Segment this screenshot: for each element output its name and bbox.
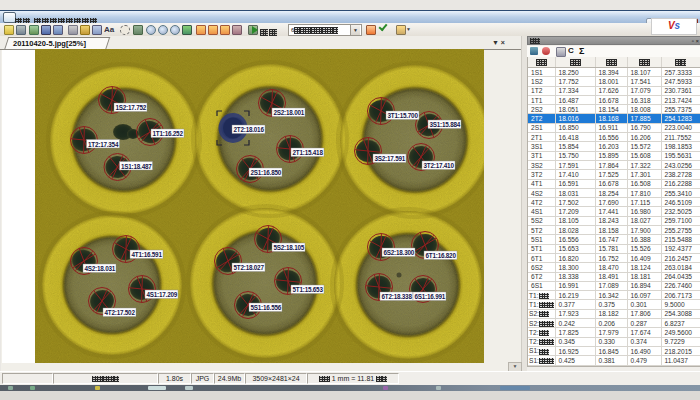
svg-text:4S2:18.031: 4S2:18.031: [85, 265, 116, 272]
svg-text:1S1:18.487: 1S1:18.487: [121, 163, 152, 170]
svg-text:4T1:16.591: 4T1:16.591: [132, 251, 163, 258]
svg-text:5T1:15.653: 5T1:15.653: [293, 286, 324, 293]
svg-text:4S1:17.209: 4S1:17.209: [147, 291, 178, 298]
svg-text:6T2:18.338: 6T2:18.338: [382, 293, 413, 300]
svg-text:5T2:18.027: 5T2:18.027: [234, 264, 265, 271]
svg-text:6S2:18.300: 6S2:18.300: [384, 249, 415, 256]
svg-text:3T1:15.700: 3T1:15.700: [388, 112, 419, 119]
svg-text:3T2:17.410: 3T2:17.410: [424, 162, 455, 169]
svg-text:2S2:18.001: 2S2:18.001: [274, 109, 305, 116]
svg-text:2T2:18.016: 2T2:18.016: [234, 126, 265, 133]
svg-text:2T1:15.418: 2T1:15.418: [293, 149, 324, 156]
svg-text:1T2:17.354: 1T2:17.354: [88, 141, 119, 148]
svg-text:3S2:17.591: 3S2:17.591: [375, 155, 406, 162]
svg-text:1S2:17.752: 1S2:17.752: [116, 104, 147, 111]
svg-text:5S2:18.105: 5S2:18.105: [274, 244, 305, 251]
svg-text:1T1:16.252: 1T1:16.252: [153, 130, 184, 137]
svg-text:6S1:16.991: 6S1:16.991: [415, 293, 446, 300]
svg-text:2S1:16.850: 2S1:16.850: [251, 169, 282, 176]
svg-text:4T2:17.502: 4T2:17.502: [105, 309, 136, 316]
svg-text:3S1:15.884: 3S1:15.884: [430, 121, 461, 128]
svg-text:5S1:16.556: 5S1:16.556: [251, 304, 282, 311]
svg-text:6T1:16.820: 6T1:16.820: [426, 252, 457, 259]
